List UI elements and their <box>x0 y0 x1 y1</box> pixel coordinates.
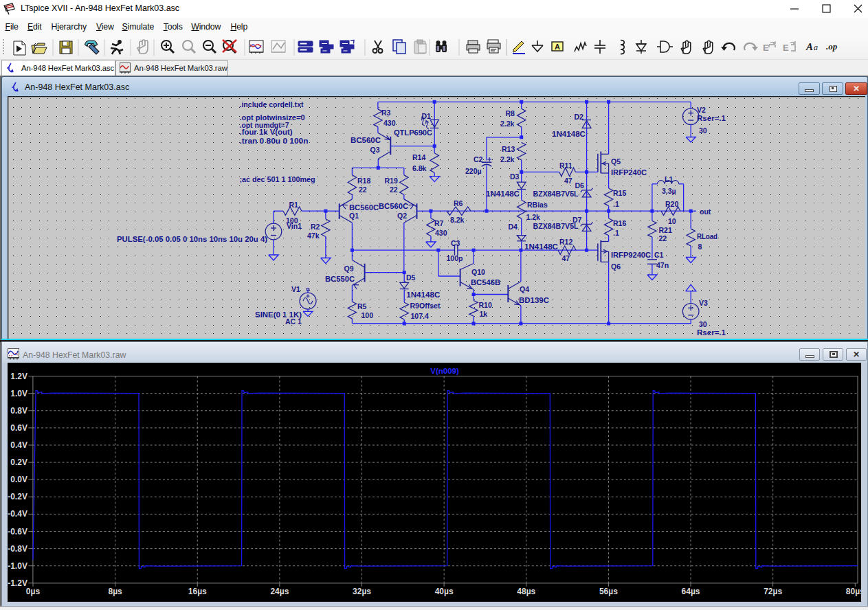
svg-text:R20: R20 <box>665 200 678 208</box>
svg-text:V1: V1 <box>291 285 300 293</box>
svg-text:430: 430 <box>383 119 396 127</box>
svg-text:8.2k: 8.2k <box>450 216 465 224</box>
svg-text:48µs: 48µs <box>517 587 535 596</box>
svg-text:22: 22 <box>659 234 667 242</box>
svg-text:R11: R11 <box>559 161 572 170</box>
svg-text:30: 30 <box>699 126 707 135</box>
svg-text:0.0V: 0.0V <box>10 475 27 484</box>
svg-text:V(n009): V(n009) <box>430 367 459 375</box>
svg-text:BZX84B7V5L: BZX84B7V5L <box>533 222 579 230</box>
svg-text:L1: L1 <box>665 175 673 183</box>
svg-text:.1: .1 <box>613 200 619 208</box>
svg-text:R6: R6 <box>454 199 463 207</box>
svg-text:.four 1k V(out): .four 1k V(out) <box>240 128 293 136</box>
svg-text:Q6: Q6 <box>611 262 621 271</box>
svg-text:RBias: RBias <box>527 201 548 209</box>
svg-text:BZX84B7V5L: BZX84B7V5L <box>533 190 579 198</box>
svg-text:R15: R15 <box>613 189 626 197</box>
svg-text:0.4V: 0.4V <box>10 440 27 450</box>
svg-text:R3: R3 <box>381 109 391 117</box>
svg-text:0.8V: 0.8V <box>10 406 27 416</box>
svg-text:1k: 1k <box>480 310 488 318</box>
svg-text:3.3µ: 3.3µ <box>662 187 676 195</box>
svg-text:A: A <box>555 43 560 51</box>
svg-text:R8: R8 <box>506 109 515 117</box>
svg-text:-0.6V: -0.6V <box>8 527 27 536</box>
svg-text:R9Offset: R9Offset <box>410 302 441 310</box>
svg-text:AC 1: AC 1 <box>285 317 302 326</box>
svg-text:6.8k: 6.8k <box>412 164 427 172</box>
svg-text:.include cordell.txt: .include cordell.txt <box>240 100 304 109</box>
svg-text:220µ: 220µ <box>465 167 482 175</box>
svg-text:Q10: Q10 <box>471 268 485 276</box>
svg-text:Q5: Q5 <box>611 157 621 166</box>
svg-text:R16: R16 <box>613 219 626 227</box>
svg-text:16µs: 16µs <box>188 587 207 596</box>
svg-text:BC560C: BC560C <box>379 202 408 210</box>
svg-text:D5: D5 <box>406 273 416 282</box>
svg-text:47k: 47k <box>307 231 320 240</box>
svg-text:Vin1: Vin1 <box>287 222 302 230</box>
svg-text:22: 22 <box>359 185 367 194</box>
svg-text:BC546B: BC546B <box>471 278 500 286</box>
svg-text:R18: R18 <box>357 177 370 185</box>
svg-text:IRFP240C: IRFP240C <box>611 168 647 177</box>
svg-text:1N4148C: 1N4148C <box>406 291 440 299</box>
svg-text:C2: C2 <box>474 155 483 163</box>
svg-text:1N4148C: 1N4148C <box>524 242 558 251</box>
svg-text:R7: R7 <box>434 219 444 227</box>
svg-text:E: E <box>763 43 769 53</box>
svg-text:R21: R21 <box>659 226 672 234</box>
svg-text:-1.2V: -1.2V <box>8 578 27 588</box>
svg-text:-0.8V: -0.8V <box>8 544 27 554</box>
svg-text:1N4148C: 1N4148C <box>552 130 586 138</box>
svg-text:80µs: 80µs <box>846 587 861 596</box>
svg-text:100: 100 <box>361 311 374 319</box>
svg-text:R12: R12 <box>559 238 572 246</box>
svg-text:Q3: Q3 <box>370 146 380 154</box>
svg-text:D3: D3 <box>510 172 520 181</box>
svg-text:.tran 0 80u 0 100n: .tran 0 80u 0 100n <box>240 137 309 145</box>
svg-text:;ac dec 501 1 100meg: ;ac dec 501 1 100meg <box>240 175 315 183</box>
svg-text:C3: C3 <box>451 239 460 247</box>
svg-text:47n: 47n <box>656 261 669 269</box>
svg-text:-0.4V: -0.4V <box>8 509 27 519</box>
svg-text:.op: .op <box>826 41 838 52</box>
svg-text:8µs: 8µs <box>108 587 122 596</box>
svg-text:a: a <box>814 43 818 52</box>
svg-text:out: out <box>700 207 711 216</box>
svg-text:47: 47 <box>564 177 572 185</box>
svg-text:IRFP9240C: IRFP9240C <box>611 251 651 259</box>
svg-text:V3: V3 <box>699 299 708 307</box>
svg-text:A: A <box>805 41 813 52</box>
svg-text:D4: D4 <box>509 223 518 231</box>
svg-text:QTLP690C: QTLP690C <box>394 128 432 137</box>
svg-text:32µs: 32µs <box>353 587 371 596</box>
svg-text:E: E <box>783 43 789 53</box>
svg-text:V2: V2 <box>697 106 706 114</box>
svg-text:C1: C1 <box>654 251 664 259</box>
svg-text:BC550C: BC550C <box>325 275 355 283</box>
svg-text:64µs: 64µs <box>682 587 700 596</box>
svg-text:100p: 100p <box>447 254 463 262</box>
svg-text:Q1: Q1 <box>349 212 359 220</box>
svg-text:10: 10 <box>668 217 676 225</box>
svg-text:R2: R2 <box>311 223 320 231</box>
svg-text:Rser=.1: Rser=.1 <box>697 328 726 337</box>
svg-text:Q9: Q9 <box>344 264 354 273</box>
svg-text:.1: .1 <box>613 229 619 237</box>
svg-text:0µs: 0µs <box>26 587 41 596</box>
svg-text:0.6V: 0.6V <box>10 423 27 433</box>
svg-text:430: 430 <box>435 229 447 237</box>
svg-text:8: 8 <box>698 242 702 251</box>
svg-text:D1: D1 <box>422 112 432 120</box>
svg-text:107.4: 107.4 <box>411 312 429 320</box>
svg-text:30: 30 <box>699 320 707 328</box>
svg-text:2.2k: 2.2k <box>500 155 515 163</box>
svg-text:1.2V: 1.2V <box>10 372 27 381</box>
svg-text:-1.0V: -1.0V <box>8 561 27 571</box>
svg-text:R14: R14 <box>412 153 425 161</box>
svg-text:R13: R13 <box>502 145 515 153</box>
svg-text:2.2k: 2.2k <box>500 120 515 128</box>
svg-text:47: 47 <box>562 254 570 262</box>
